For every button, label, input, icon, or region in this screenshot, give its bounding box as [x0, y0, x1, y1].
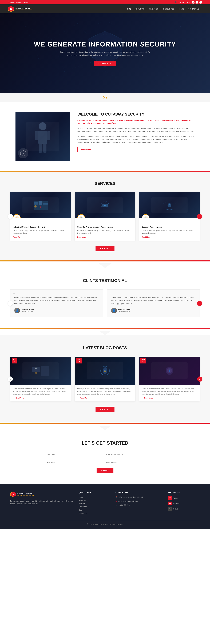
wedge-divider-1	[0, 262, 210, 268]
footer-link-resources[interactable]: Resources	[79, 506, 110, 508]
chevron-down-icon-scroll: ❯❯	[103, 96, 108, 99]
footer-grid: S CUTAWAY SECURITY DEFEND · DETECT · RES…	[10, 491, 200, 516]
svg-rect-36	[43, 144, 46, 153]
name-input[interactable]	[47, 452, 104, 457]
welcome-text-1: We feel that security starts with a soli…	[77, 127, 194, 133]
blog-image-2: 🔒 Feb 07	[75, 357, 135, 385]
chevron-down-icon-3: ▾	[174, 8, 175, 10]
phone-icon: 📞	[175, 1, 177, 3]
svg-marker-53	[163, 201, 176, 210]
svg-text:🔒: 🔒	[103, 370, 107, 372]
footer-quick-links: QUICK LINKS Home About Us Services Resou…	[79, 491, 110, 516]
services-view-all-button[interactable]: VIEW ALL	[95, 246, 114, 252]
heart-icon: ♥	[195, 1, 198, 4]
nav-item-services[interactable]: SERVICES ▾	[148, 7, 161, 11]
control-systems-image	[33, 200, 48, 210]
svg-text:S: S	[13, 493, 14, 496]
nav-item-blog[interactable]: BLOG	[178, 7, 186, 11]
person-silhouette	[30, 118, 55, 154]
blog-text-1: Lorem ipsum dolor sit amet, consectetuer…	[13, 388, 68, 396]
svg-text:🛡: 🛡	[168, 204, 170, 206]
testimonials-prev-button[interactable]: ‹	[8, 301, 13, 306]
svg-point-14	[167, 75, 168, 76]
nav-item-home[interactable]: HOME	[124, 7, 133, 11]
footer-quick-links-title: QUICK LINKS	[79, 491, 110, 494]
hero-contact-button[interactable]: CONTACT US	[94, 61, 116, 66]
testimonial-text-2: Lorem ipsum is simply dummy text of the …	[111, 294, 196, 305]
form-row-2	[47, 460, 163, 465]
nav-logo[interactable]: S CUTAWAY SECURITY DEFEND · DETECT · RES…	[8, 6, 33, 12]
footer-link-services[interactable]: Services	[79, 502, 110, 504]
blog-next-button[interactable]: ›	[197, 376, 202, 382]
contact-input[interactable]	[106, 460, 163, 465]
submit-button[interactable]: SUBMIT	[96, 468, 114, 473]
footer-phone[interactable]: 📞 (123) 456-7890	[116, 504, 163, 506]
footer-link-contact[interactable]: Contact Us	[79, 512, 110, 514]
nav-item-about[interactable]: ABOUT US ▾	[133, 7, 147, 11]
svg-text:🔍: 🔍	[144, 217, 147, 218]
blog-view-all-container: VIEW ALL	[10, 406, 200, 412]
help-input[interactable]	[106, 452, 163, 457]
chevron-down-icon-2: ▾	[158, 8, 159, 10]
nav-menu: HOME ABOUT US ▾ SERVICES ▾ RESOURCES ▾ B…	[124, 7, 202, 11]
services-prev-button[interactable]: ‹	[8, 214, 13, 219]
footer-link-about[interactable]: About Us	[79, 499, 110, 501]
footer-link-home[interactable]: Home	[79, 496, 110, 498]
blog-prev-button[interactable]: ‹	[8, 376, 13, 382]
svg-point-48	[102, 202, 108, 208]
linkedin-icon: in	[168, 502, 172, 506]
form-row-1	[47, 452, 163, 457]
footer-link-blog[interactable]: Blog	[79, 509, 110, 511]
top-bar-email[interactable]: don@cutawaysecurity.com	[11, 1, 31, 3]
testimonials-section: CLINTS TESTIMONIAL ‹ " Lorem ipsum is si…	[0, 268, 210, 328]
author-avatar-2: 👤	[111, 308, 117, 313]
nav-logo-text: CUTAWAY SECURITY DEFEND · DETECT · RESPO…	[16, 7, 33, 10]
top-bar-left: 🛡 don@cutawaysecurity.com	[8, 1, 31, 3]
testimonials-next-button[interactable]: ›	[197, 301, 202, 306]
service-read-more-1[interactable]: Read More →	[10, 236, 71, 238]
welcome-content: WELCOME TO CUTAWAY SECURITY Cutaway Secu…	[77, 112, 194, 152]
nav-item-resources[interactable]: RESOURCES ▾	[161, 7, 177, 11]
author-name-1: Mathew Smith	[22, 308, 34, 310]
service-title-2: Security Prgram Maturity Assessments	[75, 226, 135, 228]
footer-github[interactable]: GH Github	[168, 507, 200, 511]
cta-section: LET'S GET STARTED SUBMIT	[0, 430, 210, 484]
shield-icon-2: 🛡	[199, 1, 202, 4]
services-next-button[interactable]: ›	[197, 214, 202, 219]
footer: S CUTAWAY SECURITY DEFEND · DETECT · RES…	[0, 484, 210, 529]
testimonials-carousel: ‹ " Lorem ipsum is simply dummy text of …	[10, 290, 200, 317]
blog-image-content-3: 👤	[160, 364, 179, 377]
logo-icon: S	[8, 6, 14, 12]
footer-email[interactable]: ✉ don@cutawaysecurity.com	[116, 500, 163, 502]
blog-read-more-2[interactable]: Read More →	[77, 397, 133, 399]
welcome-read-more-button[interactable]: READ MORE	[77, 147, 94, 152]
svg-text:S: S	[10, 8, 12, 10]
hero-content: WE GENERATE INFORMATION SECURITY Lorem I…	[34, 40, 176, 66]
footer-twitter[interactable]: T Twitter	[168, 496, 200, 500]
services-section: SERVICES ‹	[0, 172, 210, 260]
footer-social: FOLLOW US T Twitter in Linkedin GH Githu…	[168, 491, 200, 516]
location-icon: 📍	[116, 496, 118, 498]
service-image-2: ◉ 📋	[75, 192, 135, 218]
shield-icon: 🛡	[8, 1, 10, 3]
footer-logo-icon: S	[10, 491, 16, 497]
blog-read-more-1[interactable]: Read More →	[13, 397, 68, 399]
blog-date-2: Feb 07	[76, 358, 82, 364]
email-input[interactable]	[47, 460, 104, 465]
assessments-image: 🛡	[162, 200, 177, 210]
scroll-indicator: ❯❯	[0, 93, 210, 102]
wedge-divider-3	[0, 424, 210, 430]
svg-rect-33	[35, 132, 38, 140]
service-read-more-3[interactable]: Read More →	[139, 236, 200, 238]
svg-rect-42	[43, 202, 48, 204]
svg-point-66	[167, 368, 172, 374]
footer-linkedin[interactable]: in Linkedin	[168, 502, 200, 506]
email-icon: ✉	[116, 500, 117, 502]
svg-text:👤: 👤	[168, 370, 171, 372]
blog-view-all-button[interactable]: VIEW ALL	[95, 406, 114, 412]
service-read-more-2[interactable]: Read More →	[75, 236, 135, 238]
blog-read-more-3[interactable]: Read More →	[142, 397, 197, 399]
blog-grid: 💻 Feb 07 Lorem ipsum dolor sit amet, con…	[10, 357, 200, 402]
orange-divider-3	[0, 328, 210, 329]
nav-item-contact[interactable]: CONTACT US ▾	[186, 7, 202, 11]
